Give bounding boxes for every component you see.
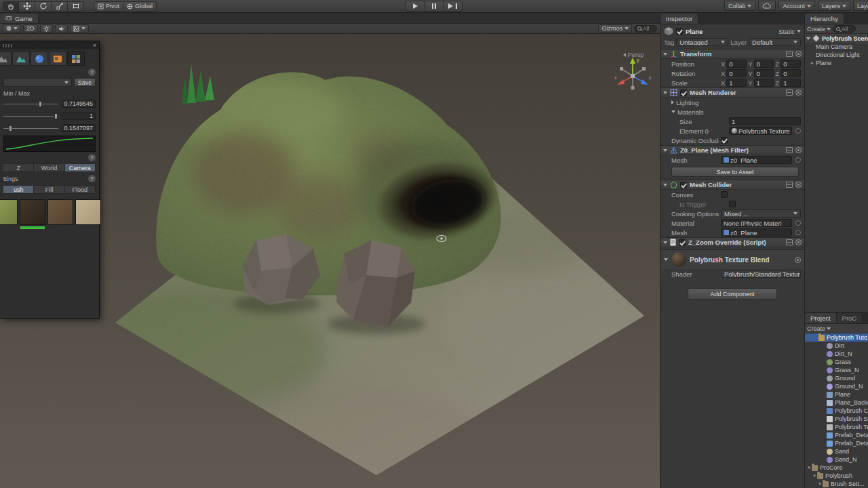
step-button[interactable] — [443, 1, 462, 12]
hierarchy-item[interactable]: Directional Light — [805, 51, 868, 59]
tab-inspector[interactable]: Inspector — [660, 14, 698, 24]
global-toggle[interactable]: Global — [123, 1, 157, 12]
space-tab[interactable]: Z — [3, 163, 34, 172]
layout-dropdown[interactable]: Layout — [853, 1, 868, 11]
project-create-dropdown[interactable]: Create — [807, 325, 831, 332]
space-tab[interactable]: Camera — [65, 163, 96, 172]
gear-icon[interactable] — [795, 239, 802, 245]
mesh-collider-header[interactable]: Mesh Collider — [660, 180, 804, 190]
paint-tab[interactable]: Flood — [65, 185, 96, 194]
z-field[interactable]: 0 — [781, 69, 801, 77]
foldout-icon[interactable] — [664, 258, 668, 261]
scene-search-input[interactable]: All — [634, 25, 657, 33]
element-object-field[interactable]: Polybrush Texture — [729, 127, 792, 135]
material-header[interactable]: Polybrush Texture Blend — [660, 249, 804, 269]
foldout-icon[interactable] — [663, 53, 667, 56]
save-to-asset-button[interactable]: Save to Asset — [671, 167, 799, 177]
brush-preset-dropdown[interactable] — [3, 78, 72, 87]
gizmos-dropdown[interactable]: Gizmos — [598, 24, 632, 33]
2d-toggle[interactable]: 2D — [23, 24, 38, 33]
paint-tab[interactable]: ush — [3, 185, 34, 194]
project-item[interactable]: Polybrush Tuto... — [805, 333, 868, 342]
pause-button[interactable] — [425, 1, 443, 12]
project-item[interactable]: Sand_N — [805, 455, 868, 464]
prefab-mode-button[interactable] — [49, 52, 66, 66]
project-item[interactable]: Plane — [805, 390, 868, 399]
scale-tool-button[interactable] — [52, 1, 68, 12]
slider[interactable] — [3, 104, 58, 104]
slider-value-field[interactable]: 0.1547097 — [62, 124, 96, 132]
component-enabled-checkbox[interactable] — [679, 239, 686, 246]
help-icon[interactable]: ? — [88, 68, 96, 76]
account-dropdown[interactable]: Account — [778, 1, 815, 11]
slider-knob[interactable] — [54, 113, 58, 119]
collab-dropdown[interactable]: Collab — [724, 1, 756, 11]
texture-swatch[interactable] — [20, 199, 45, 225]
materials-foldout[interactable]: Materials — [660, 107, 804, 117]
smooth-mode-button[interactable] — [12, 52, 30, 66]
paint-mode-button[interactable] — [31, 52, 48, 66]
slider-knob[interactable] — [9, 125, 12, 131]
hierarchy-item[interactable]: Main Camera — [805, 43, 868, 51]
help-icon[interactable]: ? — [88, 154, 96, 161]
texture-mode-button[interactable] — [67, 52, 85, 66]
size-field[interactable]: 1 — [729, 117, 801, 125]
component-enabled-checkbox[interactable] — [680, 89, 687, 96]
texture-swatch[interactable] — [47, 199, 73, 225]
project-item[interactable]: Plane_Backup — [805, 399, 868, 407]
shading-mode-dropdown[interactable] — [3, 24, 21, 33]
foldout-icon[interactable]: ▾ — [806, 465, 812, 470]
hierarchy-item[interactable]: ▸ Plane — [805, 59, 868, 67]
scene-header-row[interactable]: Polybrush Scene — [805, 34, 868, 43]
space-tab[interactable]: World — [34, 163, 64, 172]
active-checkbox[interactable] — [676, 28, 683, 35]
foldout-icon[interactable] — [663, 241, 667, 244]
help-icon[interactable] — [786, 239, 793, 245]
help-icon[interactable] — [786, 182, 793, 188]
cloud-button[interactable] — [758, 1, 776, 11]
is-trigger-checkbox[interactable] — [729, 201, 736, 207]
texture-swatch[interactable] — [0, 199, 18, 225]
tab-console[interactable]: ProC — [837, 313, 863, 323]
gear-icon[interactable] — [795, 89, 802, 96]
mesh-filter-header[interactable]: Z0_Plane (Mesh Filter) — [660, 145, 804, 155]
z-field[interactable]: 1 — [781, 79, 801, 87]
project-item[interactable]: Ground — [805, 374, 868, 382]
falloff-curve-editor[interactable] — [3, 136, 96, 152]
project-item[interactable]: Polybrush Col... — [805, 407, 868, 415]
project-item[interactable]: ▾ Brush Sett... — [805, 480, 868, 488]
project-item[interactable]: Ground_N — [805, 382, 868, 390]
object-picker-icon[interactable] — [795, 230, 801, 235]
hand-tool-button[interactable] — [3, 1, 19, 12]
hierarchy-search-input[interactable]: All — [833, 25, 856, 33]
slider-knob[interactable] — [39, 101, 42, 107]
y-field[interactable]: 0 — [754, 60, 774, 68]
object-picker-icon[interactable] — [795, 157, 801, 163]
tab-hierarchy[interactable]: Hierarchy — [805, 14, 844, 24]
dynamic-occluded-checkbox[interactable] — [721, 137, 728, 144]
project-item[interactable]: Grass_N — [805, 366, 868, 374]
add-component-button[interactable]: Add Component — [688, 288, 777, 300]
transform-header[interactable]: Transform — [660, 49, 804, 59]
slider[interactable] — [3, 116, 58, 117]
pivot-toggle[interactable]: Pivot — [94, 1, 123, 12]
slider-value-field[interactable]: 1 — [62, 112, 96, 120]
project-item[interactable]: Dirt_N — [805, 350, 868, 358]
audio-toggle[interactable] — [55, 24, 68, 33]
help-icon[interactable] — [786, 51, 793, 57]
object-picker-icon[interactable] — [795, 128, 801, 134]
sculpt-mode-button[interactable] — [0, 52, 12, 66]
static-dropdown[interactable]: Static — [778, 28, 801, 35]
layer-dropdown[interactable]: Default — [749, 38, 801, 46]
tag-dropdown[interactable]: Untagged — [676, 38, 728, 46]
help-icon[interactable] — [786, 147, 793, 153]
lighting-foldout[interactable]: Lighting — [660, 98, 804, 107]
gear-icon[interactable] — [795, 51, 802, 57]
convex-checkbox[interactable] — [721, 191, 728, 198]
foldout-icon[interactable]: ▾ — [817, 481, 823, 487]
script-header[interactable]: Z_Zoom Override (Script) — [660, 237, 804, 247]
gear-icon[interactable] — [795, 257, 801, 263]
effects-dropdown[interactable] — [70, 24, 89, 33]
foldout-icon[interactable]: ▾ — [812, 473, 817, 479]
project-item[interactable]: Prefab_Detail... — [805, 431, 868, 439]
